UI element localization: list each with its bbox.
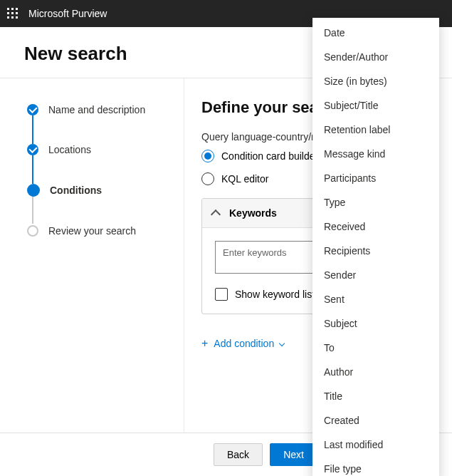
radio-label: KQL editor [221,173,268,185]
dropdown-item-recipients[interactable]: Recipients [312,239,439,263]
dropdown-item-type[interactable]: Type [312,190,439,214]
dropdown-item-sender[interactable]: Sender [312,263,439,287]
suite-title: Microsoft Purview [28,8,107,19]
dropdown-item-retention-label[interactable]: Retention label [312,118,439,142]
step-upcoming-icon [27,225,38,237]
step-review[interactable]: Review your search [27,225,184,237]
condition-dropdown: Date Sender/Author Size (in bytes) Subje… [312,18,439,476]
radio-icon [201,150,214,162]
dropdown-item-message-kind[interactable]: Message kind [312,142,439,166]
app-launcher-icon[interactable] [7,8,19,19]
radio-label: Condition card builder [221,150,318,162]
dropdown-item-received[interactable]: Received [312,214,439,239]
step-label: Review your search [48,225,136,237]
radio-icon [201,172,214,185]
plus-icon: + [201,337,208,350]
step-label: Locations [48,144,91,155]
step-label: Name and description [48,104,145,115]
step-complete-icon [27,104,38,115]
chevron-up-icon [211,209,221,219]
step-complete-icon [27,144,38,155]
dropdown-item-size[interactable]: Size (in bytes) [312,69,439,93]
dropdown-item-to[interactable]: To [312,336,439,360]
step-label: Conditions [50,185,102,196]
dropdown-item-subject-title[interactable]: Subject/Title [312,93,439,118]
checkbox-label: Show keyword list [235,289,315,300]
add-condition-label: Add condition [214,338,274,349]
dropdown-item-title[interactable]: Title [312,384,439,408]
dropdown-item-participants[interactable]: Participants [312,166,439,190]
checkbox-icon [215,288,228,301]
dropdown-item-sent[interactable]: Sent [312,287,439,311]
step-name-and-description[interactable]: Name and description [27,104,184,115]
wizard-stepper: Name and description Locations Condition… [0,78,184,474]
next-button[interactable]: Next [270,443,317,466]
dropdown-item-created[interactable]: Created [312,408,439,433]
chevron-down-icon [279,341,285,346]
dropdown-item-sender-author[interactable]: Sender/Author [312,45,439,69]
keywords-card-title: Keywords [229,207,277,219]
dropdown-item-date[interactable]: Date [312,21,439,45]
dropdown-item-last-modified[interactable]: Last modified [312,433,439,457]
step-conditions[interactable]: Conditions [27,184,184,197]
back-button[interactable]: Back [214,443,263,466]
dropdown-item-file-type[interactable]: File type [312,457,439,476]
step-locations[interactable]: Locations [27,144,184,155]
dropdown-item-author[interactable]: Author [312,360,439,384]
step-current-icon [27,184,40,197]
dropdown-item-subject[interactable]: Subject [312,311,439,336]
